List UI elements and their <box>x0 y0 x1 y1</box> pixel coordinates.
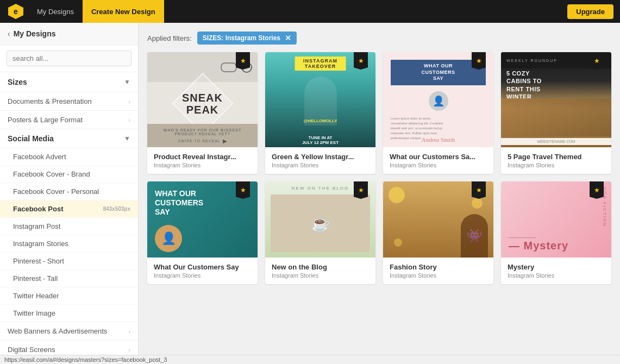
filter-tag-close-icon[interactable]: ✕ <box>285 34 291 42</box>
svg-text:e: e <box>14 7 18 16</box>
sidebar-item-facebook-cover-brand[interactable]: Facebook Cover - Brand <box>0 166 138 183</box>
card-3-info: What our Customers Sa... Instagram Stori… <box>383 147 493 174</box>
card-1-image: SNEAKPEAK WHO'S READY FOR OUR BIGGEST PR… <box>147 52 258 147</box>
card-7-info: Fashion Story Instagram Stories <box>383 258 493 284</box>
filter-tag-instagram-stories[interactable]: SIZES: Instagram Stories ✕ <box>197 32 297 45</box>
card-3-title: What our Customers Sa... <box>390 153 487 161</box>
sidebar-item-facebook-post[interactable]: Facebook Post 843x503px <box>0 200 138 218</box>
sidebar-back-label: My Designs <box>14 29 56 38</box>
sidebar-item-facebook-advert[interactable]: Facebook Advert <box>0 148 138 166</box>
card-2-bookmark[interactable]: ★ <box>354 52 368 70</box>
sidebar-item-facebook-cover-personal[interactable]: Facebook Cover - Personal <box>0 183 138 200</box>
card-1-subtitle: Instagram Stories <box>154 162 251 168</box>
card-4-title: 5 Page Travel Themed <box>508 153 605 161</box>
app-header: e My Designs Create New Design Upgrade <box>0 0 620 23</box>
card-5-subtitle: Instagram Stories <box>154 272 251 279</box>
card-7-image: 👾 ★ <box>383 181 493 258</box>
sidebar-item-instagram-stories[interactable]: Instagram Stories <box>0 235 138 253</box>
card-7[interactable]: 👾 ★ Fashion Story Instagram Stories <box>383 181 493 284</box>
create-new-design-nav[interactable]: Create New Design <box>83 0 164 23</box>
card-8-info: Mystery Instagram Stories <box>501 258 611 284</box>
logo[interactable]: e <box>7 2 25 21</box>
sidebar-item-instagram-post[interactable]: Instagram Post <box>0 218 138 235</box>
size-badge: 843x503px <box>103 206 130 212</box>
main-content: Applied filters: SIZES: Instagram Storie… <box>139 23 620 364</box>
chevron-left-icon: ‹ <box>8 29 10 38</box>
sizes-section-header[interactable]: Sizes ▼ <box>0 72 138 92</box>
sidebar-item-pinterest-tall[interactable]: Pinterest - Tall <box>0 270 138 287</box>
card-6[interactable]: NEW ON THE BLOG ☕ ★ New on the Blog Inst… <box>265 181 375 284</box>
sidebar-item-pinterest-short[interactable]: Pinterest - Short <box>0 253 138 270</box>
card-1-info: Product Reveal Instagr... Instagram Stor… <box>147 147 258 174</box>
card-8-bookmark[interactable]: ★ <box>590 181 604 199</box>
card-5-bookmark[interactable]: ★ <box>236 181 250 199</box>
card-6-subtitle: Instagram Stories <box>272 272 369 279</box>
card-6-bookmark[interactable]: ★ <box>354 181 368 199</box>
chevron-down-icon: ▼ <box>124 78 130 86</box>
card-5-title: What Our Customers Say <box>154 263 251 271</box>
chevron-right-icon: › <box>128 98 130 105</box>
sidebar-item-posters[interactable]: Posters & Large Format › <box>0 111 138 129</box>
chevron-down-icon: ▼ <box>124 135 130 142</box>
sidebar-item-social-media[interactable]: Social Media ▼ <box>0 129 138 148</box>
card-3-bookmark[interactable]: ★ <box>472 52 486 70</box>
card-2-image: INSTAGRAM TAKEOVER TUNE IN AT JULY 12 2P… <box>265 52 375 147</box>
card-7-title: Fashion Story <box>390 263 487 271</box>
card-4-info: 5 Page Travel Themed Instagram Stories <box>501 147 611 174</box>
card-2-info: Green & Yellow Instagr... Instagram Stor… <box>265 147 375 174</box>
card-8-subtitle: Instagram Stories <box>508 272 605 279</box>
cards-grid: SNEAKPEAK WHO'S READY FOR OUR BIGGEST PR… <box>147 52 611 284</box>
chevron-right-icon: › <box>128 347 130 353</box>
status-bar: https://easil.com/a#/designs/masters?siz… <box>0 355 620 364</box>
card-6-image: NEW ON THE BLOG ☕ ★ <box>265 181 375 258</box>
sidebar-item-twitter-image[interactable]: Twitter Image <box>0 305 138 322</box>
filter-tag-label: SIZES: Instagram Stories <box>203 34 280 42</box>
card-8[interactable]: NON FICTION — Mystery ★ Mystery Instagra… <box>501 181 611 284</box>
card-8-image: NON FICTION — Mystery ★ <box>501 181 611 258</box>
card-1-bookmark[interactable]: ★ <box>236 52 250 70</box>
card-2-subtitle: Instagram Stories <box>272 162 369 168</box>
card-2[interactable]: INSTAGRAM TAKEOVER TUNE IN AT JULY 12 2P… <box>265 52 375 174</box>
search-input[interactable] <box>7 51 131 66</box>
card-5[interactable]: WHAT OURCUSTOMERSSAY 👤 ★ What Our Custom… <box>147 181 258 284</box>
card-5-info: What Our Customers Say Instagram Stories <box>147 258 258 284</box>
card-6-title: New on the Blog <box>272 263 369 271</box>
card-2-title: Green & Yellow Instagr... <box>272 153 369 161</box>
card-3[interactable]: WHAT OURCUSTOMERSSAY 👤 Lorem ipsum dolor… <box>383 52 493 174</box>
card-7-subtitle: Instagram Stories <box>390 272 487 279</box>
card-8-title: Mystery <box>508 263 605 271</box>
card-1[interactable]: SNEAKPEAK WHO'S READY FOR OUR BIGGEST PR… <box>147 52 258 174</box>
upgrade-button[interactable]: Upgrade <box>567 4 613 19</box>
filters-bar: Applied filters: SIZES: Instagram Storie… <box>147 32 611 45</box>
card-7-bookmark[interactable]: ★ <box>472 181 486 199</box>
sidebar: ‹ My Designs Sizes ▼ Documents & Present… <box>0 23 139 364</box>
my-designs-nav[interactable]: My Designs <box>28 0 83 23</box>
card-3-image: WHAT OURCUSTOMERSSAY 👤 Lorem ipsum dolor… <box>383 52 493 147</box>
filters-label: Applied filters: <box>147 34 192 42</box>
card-3-subtitle: Instagram Stories <box>390 162 487 168</box>
card-4-image: WEEKLY ROUNDUP 5 COZYCABINS TORENT THISW… <box>501 52 611 147</box>
chevron-right-icon: › <box>128 328 130 335</box>
sidebar-item-web-banners[interactable]: Web Banners & Advertisements › <box>0 322 138 341</box>
card-6-info: New on the Blog Instagram Stories <box>265 258 375 284</box>
search-container <box>0 45 138 72</box>
card-1-title: Product Reveal Instagr... <box>154 153 251 161</box>
card-4-bookmark[interactable]: ★ <box>590 52 604 70</box>
card-4[interactable]: WEEKLY ROUNDUP 5 COZYCABINS TORENT THISW… <box>501 52 611 174</box>
chevron-right-icon: › <box>128 117 130 123</box>
sidebar-item-twitter-header[interactable]: Twitter Header <box>0 287 138 305</box>
card-4-subtitle: Instagram Stories <box>508 162 605 168</box>
sidebar-item-documents[interactable]: Documents & Presentation › <box>0 92 138 111</box>
sidebar-back[interactable]: ‹ My Designs <box>0 23 138 45</box>
card-5-image: WHAT OURCUSTOMERSSAY 👤 ★ <box>147 181 258 258</box>
